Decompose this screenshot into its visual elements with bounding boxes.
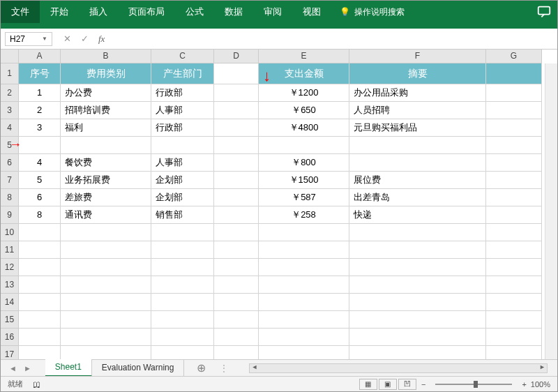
cell[interactable] [259, 329, 349, 346]
cell[interactable]: ￥800 [259, 154, 349, 172]
cell[interactable] [151, 329, 214, 346]
cell[interactable] [214, 294, 259, 311]
ribbon-tab-review[interactable]: 审阅 [253, 1, 292, 23]
row-header[interactable]: 1 [1, 63, 19, 84]
row-header[interactable]: 2 [1, 84, 19, 102]
zoom-in-button[interactable]: + [522, 380, 526, 389]
cell[interactable] [259, 259, 349, 276]
cell[interactable]: 序号 [19, 63, 61, 84]
cell[interactable] [214, 206, 259, 224]
cell[interactable] [214, 154, 259, 172]
cell[interactable]: 出差青岛 [349, 189, 486, 206]
cell[interactable] [349, 329, 486, 346]
cell[interactable]: ￥1500 [259, 172, 349, 189]
accessibility-icon[interactable]: 🕮 [33, 380, 40, 389]
cell[interactable]: 通讯费 [61, 206, 151, 224]
view-pagelayout-button[interactable]: ▣ [379, 379, 397, 390]
ribbon-tab-formula[interactable]: 公式 [175, 1, 214, 23]
cell[interactable]: 费用类别 [61, 63, 151, 84]
cell[interactable]: 福利 [61, 119, 151, 137]
cell[interactable]: 产生部门 [151, 63, 214, 84]
vertical-scrollbar[interactable] [545, 63, 557, 369]
cell[interactable]: 展位费 [349, 172, 486, 189]
cell[interactable] [486, 172, 542, 189]
ribbon-tab-file[interactable]: 文件 [1, 1, 40, 23]
cell[interactable] [61, 329, 151, 346]
col-header-G[interactable]: G [486, 50, 542, 63]
row-header[interactable]: 12 [1, 259, 19, 276]
row-header[interactable]: 6 [1, 154, 19, 172]
fx-icon[interactable]: fx [98, 33, 105, 45]
row-header[interactable]: 3 [1, 102, 19, 119]
tell-me-search[interactable]: 💡 操作说明搜索 [340, 6, 405, 18]
cell[interactable]: 4 [19, 154, 61, 172]
cell[interactable]: 1 [19, 84, 61, 102]
cell[interactable] [349, 137, 486, 154]
view-pagebreak-button[interactable]: 凹 [398, 379, 416, 390]
cell[interactable]: 办公费 [61, 84, 151, 102]
cell[interactable]: ￥1200 [259, 84, 349, 102]
cell[interactable] [349, 311, 486, 329]
cell[interactable] [214, 102, 259, 119]
cell[interactable]: 人员招聘 [349, 102, 486, 119]
cell[interactable] [259, 224, 349, 241]
row-header[interactable]: 5 [1, 137, 19, 154]
cell[interactable] [151, 276, 214, 294]
col-header-A[interactable]: A [19, 50, 61, 63]
cell[interactable]: 2 [19, 102, 61, 119]
cell[interactable] [61, 311, 151, 329]
cell[interactable] [214, 84, 259, 102]
cell[interactable] [259, 137, 349, 154]
cell[interactable] [151, 294, 214, 311]
cell[interactable] [214, 63, 259, 84]
col-header-B[interactable]: B [61, 50, 151, 63]
cell[interactable] [214, 329, 259, 346]
cell[interactable] [486, 241, 542, 259]
cell[interactable]: 企划部 [151, 172, 214, 189]
cell[interactable]: 3 [19, 119, 61, 137]
cell[interactable] [19, 294, 61, 311]
zoom-out-button[interactable]: − [421, 380, 425, 389]
cell[interactable]: ￥587 [259, 189, 349, 206]
cell[interactable]: 6 [19, 189, 61, 206]
col-header-F[interactable]: F [349, 50, 486, 63]
cell[interactable] [486, 102, 542, 119]
cell[interactable] [349, 224, 486, 241]
cell[interactable] [151, 224, 214, 241]
cell[interactable]: 销售部 [151, 206, 214, 224]
cell[interactable] [486, 63, 542, 84]
cell[interactable] [259, 311, 349, 329]
cell[interactable] [486, 259, 542, 276]
cell[interactable]: 行政部 [151, 84, 214, 102]
col-header-C[interactable]: C [151, 50, 214, 63]
cell[interactable] [151, 311, 214, 329]
cell[interactable] [19, 137, 61, 154]
cell[interactable]: 人事部 [151, 102, 214, 119]
cell[interactable] [486, 137, 542, 154]
cell[interactable] [349, 276, 486, 294]
select-all-corner[interactable] [1, 50, 19, 63]
cell[interactable] [214, 311, 259, 329]
row-header[interactable]: 4 [1, 119, 19, 137]
row-header[interactable]: 13 [1, 276, 19, 294]
row-header[interactable]: 7 [1, 172, 19, 189]
cell[interactable] [486, 154, 542, 172]
cells-area[interactable]: 序号费用类别产生部门支出金额摘要1办公费行政部￥1200办公用品采购2招聘培训费… [19, 63, 545, 369]
cell[interactable] [61, 276, 151, 294]
cell[interactable] [61, 241, 151, 259]
cell[interactable]: 差旅费 [61, 189, 151, 206]
row-header[interactable]: 10 [1, 224, 19, 241]
zoom-level[interactable]: 100% [531, 380, 550, 389]
cell[interactable]: 元旦购买福利品 [349, 119, 486, 137]
cell[interactable] [349, 259, 486, 276]
cell[interactable]: 8 [19, 206, 61, 224]
cell[interactable]: 摘要 [349, 63, 486, 84]
row-header[interactable]: 14 [1, 294, 19, 311]
cell[interactable] [214, 172, 259, 189]
cell[interactable] [61, 259, 151, 276]
cell[interactable] [259, 241, 349, 259]
cell[interactable]: 办公用品采购 [349, 84, 486, 102]
cell[interactable] [486, 294, 542, 311]
name-box[interactable]: H27 ▼ [5, 32, 52, 46]
cell[interactable] [19, 224, 61, 241]
